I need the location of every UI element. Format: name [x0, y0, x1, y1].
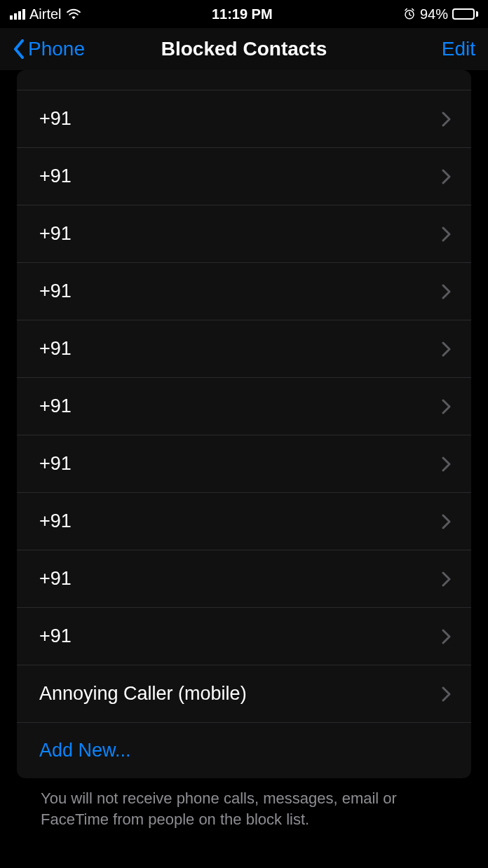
list-item[interactable]: +91 [17, 205, 471, 262]
list-item-label: +91 [39, 108, 72, 130]
list-item[interactable]: +91 [17, 607, 471, 665]
list-item[interactable]: +91 [17, 492, 471, 550]
edit-button[interactable]: Edit [442, 38, 475, 60]
nav-bar: Phone Blocked Contacts Edit [0, 28, 488, 70]
status-time: 11:19 PM [212, 6, 273, 22]
chevron-right-icon [442, 514, 452, 529]
list-item[interactable]: +91 [17, 377, 471, 435]
list-item-label: +91 [39, 395, 72, 417]
list-item-label: +91 [39, 280, 72, 302]
chevron-right-icon [442, 111, 452, 127]
signal-icon [10, 8, 25, 20]
back-button[interactable]: Phone [13, 38, 85, 60]
blocked-list: +91 +91 +91 +91 +91 +91 +91 +91 [17, 70, 471, 778]
chevron-right-icon [442, 629, 452, 644]
chevron-right-icon [442, 284, 452, 299]
chevron-right-icon [442, 686, 452, 702]
list-item-label: +91 [39, 223, 72, 245]
list-item[interactable]: Annoying Caller (mobile) [17, 665, 471, 722]
chevron-right-icon [442, 341, 452, 357]
list-item[interactable]: +91 [17, 550, 471, 607]
list-item-label: +91 [39, 338, 72, 360]
status-left: Airtel [10, 6, 81, 22]
alarm-icon [403, 8, 416, 20]
list-item-label: +91 [39, 625, 72, 647]
carrier-label: Airtel [29, 6, 62, 22]
content: +91 +91 +91 +91 +91 +91 +91 +91 [0, 70, 488, 829]
list-item-label: +91 [39, 568, 72, 590]
list-item[interactable]: +91 [17, 147, 471, 205]
page-title: Blocked Contacts [161, 38, 327, 60]
list-item[interactable]: +91 [17, 320, 471, 377]
list-item-label: +91 [39, 510, 72, 532]
battery-icon [452, 8, 478, 20]
list-item[interactable]: +91 [17, 262, 471, 320]
battery-pct: 94% [420, 6, 448, 22]
list-spacer-top [17, 73, 471, 90]
list-item-label: +91 [39, 453, 72, 475]
list-item[interactable]: +91 [17, 435, 471, 492]
chevron-right-icon [442, 571, 452, 587]
chevron-right-icon [442, 169, 452, 184]
list-item[interactable]: +91 [17, 90, 471, 147]
wifi-icon [66, 8, 81, 20]
status-bar: Airtel 11:19 PM 94% [0, 0, 488, 28]
status-right: 94% [403, 6, 478, 22]
list-item-label: Annoying Caller (mobile) [39, 683, 247, 705]
footer-note: You will not receive phone calls, messag… [17, 778, 471, 829]
chevron-right-icon [442, 399, 452, 414]
chevron-right-icon [442, 456, 452, 472]
list-item-label: +91 [39, 165, 72, 187]
add-new-button[interactable]: Add New... [17, 722, 471, 778]
chevron-left-icon [13, 39, 25, 59]
chevron-right-icon [442, 226, 452, 242]
back-label: Phone [28, 38, 85, 60]
